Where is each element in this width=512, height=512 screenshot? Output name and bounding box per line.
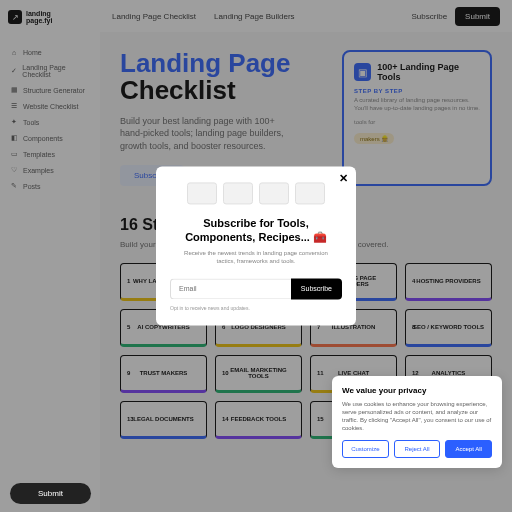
modal-subscribe-button[interactable]: Subscribe — [291, 278, 342, 299]
email-field[interactable] — [170, 278, 291, 299]
cookie-title: We value your privacy — [342, 386, 492, 395]
cookie-customize-button[interactable]: Customize — [342, 440, 389, 458]
modal-thumbnails — [170, 182, 342, 204]
subscribe-modal: ✕ Subscribe for Tools, Components, Recip… — [156, 166, 356, 325]
cookie-reject-button[interactable]: Reject All — [394, 440, 441, 458]
cookie-description: We use cookies to enhance your browsing … — [342, 400, 492, 432]
modal-opt-in-text: Opt in to receive news and updates. — [170, 305, 342, 311]
modal-description: Receive the newest trends in landing pag… — [170, 251, 342, 267]
floating-submit-button[interactable]: Submit — [10, 483, 91, 504]
cookie-accept-button[interactable]: Accept All — [445, 440, 492, 458]
close-icon[interactable]: ✕ — [339, 172, 348, 185]
modal-title: Subscribe for Tools, Components, Recipes… — [170, 216, 342, 245]
cookie-banner: We value your privacy We use cookies to … — [332, 376, 502, 468]
